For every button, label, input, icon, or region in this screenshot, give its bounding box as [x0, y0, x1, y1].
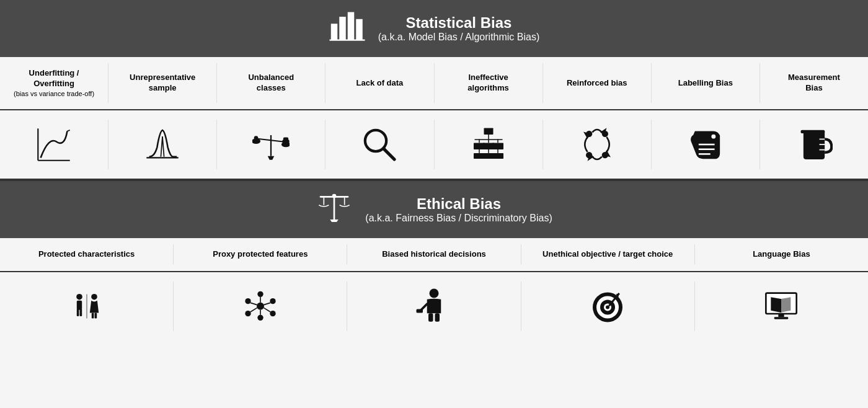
ethical-title: Ethical Bias: [365, 195, 552, 213]
svg-point-67: [270, 298, 275, 304]
svg-rect-17: [284, 138, 288, 141]
svg-rect-47: [801, 130, 825, 133]
svg-point-78: [430, 288, 439, 298]
biased-hist-icon: [347, 282, 521, 331]
label-biased-hist: Biased historical decisions: [347, 244, 521, 265]
svg-point-68: [270, 311, 275, 316]
svg-line-19: [384, 149, 394, 159]
scales-icon: [316, 188, 353, 231]
svg-rect-61: [86, 294, 87, 318]
svg-rect-24: [488, 139, 489, 143]
statistical-header-text: Statistical Bias (a.k.a. Model Bias / Al…: [378, 14, 540, 43]
statistical-icons-row: [0, 110, 868, 181]
underfitting-icon: [0, 120, 108, 169]
label-measurement: MeasurementBias: [760, 63, 868, 103]
label-reinforced: Reinforced bias: [543, 63, 652, 103]
svg-rect-30: [488, 149, 489, 153]
svg-rect-31: [497, 149, 498, 153]
svg-point-71: [245, 298, 250, 304]
svg-rect-64: [94, 313, 97, 318]
svg-rect-3: [356, 19, 363, 40]
label-underfitting: Underfitting /Overfitting (bias vs varia…: [0, 63, 108, 103]
svg-marker-41: [589, 155, 592, 159]
svg-point-56: [332, 194, 337, 198]
label-ineffective: Ineffectivealgorithms: [435, 63, 543, 103]
ineffective-icon: [435, 120, 543, 169]
svg-rect-25: [497, 139, 498, 143]
unethical-objective-icon: [521, 282, 695, 331]
svg-point-69: [257, 315, 263, 321]
label-unethical: Unethical objective / target choice: [521, 244, 695, 265]
svg-point-62: [91, 294, 97, 300]
svg-marker-39: [601, 130, 604, 134]
svg-point-15: [255, 136, 258, 140]
unrepresentative-icon: [108, 120, 217, 169]
svg-rect-58: [76, 301, 81, 310]
ethical-subtitle: (a.k.a. Fairness Bias / Discriminatory B…: [365, 213, 552, 223]
svg-marker-52: [330, 220, 339, 222]
svg-rect-21: [488, 135, 489, 140]
svg-point-65: [257, 303, 264, 310]
svg-rect-23: [479, 139, 480, 143]
statistical-bias-header: Statistical Bias (a.k.a. Model Bias / Al…: [0, 0, 868, 57]
svg-rect-82: [435, 313, 440, 322]
label-lack-of-data: Lack of data: [326, 63, 434, 103]
svg-rect-2: [347, 12, 354, 40]
svg-rect-0: [330, 24, 337, 40]
svg-point-57: [76, 294, 82, 300]
svg-line-74: [264, 308, 270, 312]
statistical-subtitle: (a.k.a. Model Bias / Algorithmic Bias): [378, 32, 540, 42]
svg-rect-93: [779, 314, 784, 317]
svg-rect-81: [428, 313, 433, 322]
label-unbalanced: Unbalancedclasses: [217, 63, 326, 103]
labelling-icon: [652, 120, 760, 169]
svg-rect-60: [79, 309, 82, 316]
svg-rect-1: [339, 17, 346, 40]
svg-marker-40: [605, 152, 609, 156]
svg-rect-20: [484, 128, 493, 135]
svg-line-77: [250, 303, 257, 304]
label-protected: Protected characteristics: [0, 244, 174, 265]
unbalanced-icon: [217, 120, 326, 169]
svg-rect-80: [417, 309, 423, 313]
label-labelling: Labelling Bias: [652, 63, 760, 103]
svg-marker-11: [268, 156, 275, 160]
label-proxy: Proxy protected features: [174, 244, 347, 265]
measurement-icon: [760, 120, 868, 169]
statistical-labels-row: Underfitting /Overfitting (bias vs varia…: [0, 57, 868, 110]
reinforced-icon: [543, 120, 652, 169]
svg-rect-29: [479, 149, 480, 153]
svg-rect-34: [492, 153, 503, 159]
svg-rect-59: [76, 309, 79, 316]
protected-characteristics-icon: [0, 282, 174, 331]
proxy-icon: [174, 282, 347, 331]
svg-line-76: [250, 308, 257, 312]
ethical-bias-header: Ethical Bias (a.k.a. Fairness Bias / Dis…: [0, 181, 868, 238]
ethical-icons-row: [0, 272, 868, 340]
svg-line-73: [264, 303, 270, 304]
language-icon: [695, 282, 868, 331]
ethical-header-text: Ethical Bias (a.k.a. Fairness Bias / Dis…: [365, 195, 552, 224]
label-language: Language Bias: [695, 244, 868, 265]
bar-chart-icon: [329, 7, 366, 50]
statistical-title: Statistical Bias: [378, 14, 540, 32]
svg-rect-63: [91, 313, 94, 318]
svg-rect-28: [492, 143, 503, 149]
svg-point-70: [245, 311, 250, 316]
lack-of-data-icon: [326, 120, 434, 169]
svg-point-87: [606, 305, 609, 309]
ethical-labels-row: Protected characteristics Proxy protecte…: [0, 238, 868, 272]
svg-rect-94: [774, 317, 789, 319]
svg-line-9: [162, 136, 164, 157]
svg-rect-51: [334, 197, 335, 220]
svg-point-43: [711, 135, 715, 139]
svg-marker-42: [585, 133, 589, 137]
label-unrepresentative: Unrepresentativesample: [108, 63, 217, 103]
svg-point-66: [257, 291, 263, 297]
